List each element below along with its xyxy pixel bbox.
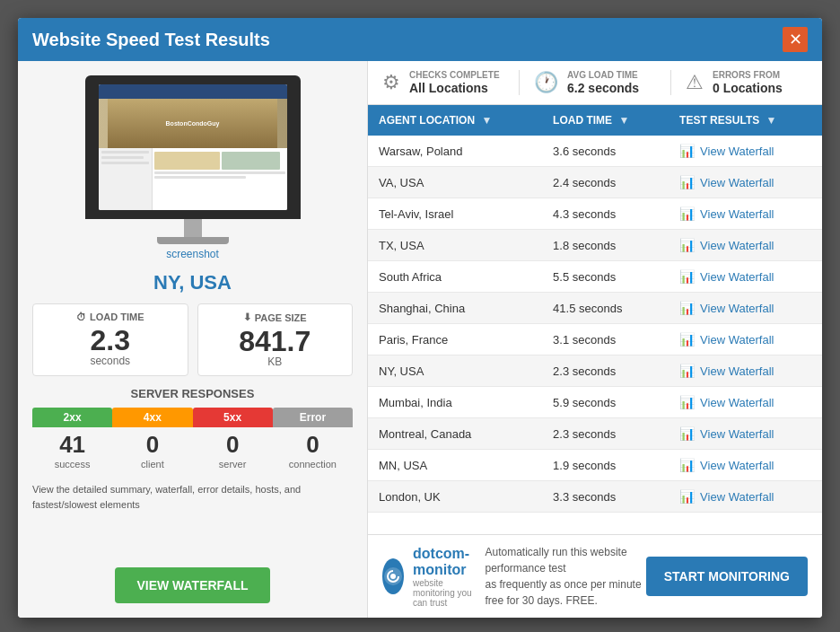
row-results-8: 📊 View Waterfall bbox=[669, 387, 822, 418]
row-load-time-2: 4.3 seconds bbox=[542, 198, 669, 230]
table-row: Mumbai, India 5.9 seconds 📊 View Waterfa… bbox=[368, 387, 822, 418]
row-location-5: Shanghai, China bbox=[368, 293, 542, 324]
modal-container: Website Speed Test Results ✕ BostonCondo… bbox=[18, 18, 822, 618]
summary-label-1: AVG LOAD TIME bbox=[567, 70, 639, 81]
resp-header-Error: Error bbox=[273, 408, 353, 427]
summary-item-0: ⚙ CHECKS COMPLETE All Locations bbox=[368, 70, 520, 95]
dotcom-logo: dotcom-monitor website monitoring you ca… bbox=[382, 546, 485, 608]
screen-body-section bbox=[99, 148, 287, 210]
table-header: AGENT LOCATION ▼LOAD TIME ▼TEST RESULTS … bbox=[368, 105, 822, 136]
table-col-2[interactable]: TEST RESULTS ▼ bbox=[669, 105, 822, 136]
row-load-time-8: 5.9 seconds bbox=[542, 387, 669, 418]
row-load-time-3: 1.8 seconds bbox=[542, 230, 669, 261]
table-row: NY, USA 2.3 seconds 📊 View Waterfall bbox=[368, 356, 822, 387]
results-table-wrapper[interactable]: AGENT LOCATION ▼LOAD TIME ▼TEST RESULTS … bbox=[368, 105, 822, 534]
stats-row: ⏱ LOAD TIME 2.3 seconds ⬇ PAGE SIZE 841.… bbox=[32, 303, 353, 376]
modal-title: Website Speed Test Results bbox=[32, 30, 270, 50]
clock-icon: ⏱ bbox=[76, 312, 86, 322]
table-row: Tel-Aviv, Israel 4.3 seconds 📊 View Wate… bbox=[368, 198, 822, 230]
resp-sublabel-2xx: success bbox=[32, 459, 112, 473]
page-size-label: ⬇ PAGE SIZE bbox=[209, 312, 342, 323]
bar-chart-icon-5: 📊 bbox=[679, 301, 695, 315]
row-location-2: Tel-Aviv, Israel bbox=[368, 198, 542, 230]
bar-chart-icon-2: 📊 bbox=[679, 206, 695, 221]
table-row: MN, USA 1.9 seconds 📊 View Waterfall bbox=[368, 450, 822, 481]
table-col-1[interactable]: LOAD TIME ▼ bbox=[542, 105, 669, 136]
resp-header-5xx: 5xx bbox=[193, 408, 273, 427]
waterfall-link-9[interactable]: 📊 View Waterfall bbox=[679, 426, 811, 441]
row-results-6: 📊 View Waterfall bbox=[669, 324, 822, 356]
logo-text: dotcom-monitor website monitoring you ca… bbox=[413, 546, 485, 608]
view-waterfall-button[interactable]: VIEW WATERFALL bbox=[115, 567, 269, 603]
waterfall-link-10[interactable]: 📊 View Waterfall bbox=[679, 458, 811, 472]
results-table: AGENT LOCATION ▼LOAD TIME ▼TEST RESULTS … bbox=[368, 105, 822, 513]
start-monitoring-button[interactable]: START MONITORING bbox=[646, 557, 808, 596]
waterfall-link-5[interactable]: 📊 View Waterfall bbox=[679, 301, 811, 315]
monitor-screen: BostonCondoGuy bbox=[99, 84, 287, 210]
waterfall-link-4[interactable]: 📊 View Waterfall bbox=[679, 269, 811, 284]
summary-label-2: ERRORS FROM bbox=[713, 70, 783, 81]
row-location-6: Paris, France bbox=[368, 324, 542, 356]
table-row: London, UK 3.3 seconds 📊 View Waterfall bbox=[368, 481, 822, 513]
resp-value-5xx: 0 bbox=[193, 427, 273, 459]
sort-icon: ▼ bbox=[618, 114, 629, 127]
row-results-1: 📊 View Waterfall bbox=[669, 167, 822, 198]
summary-val-2: 0 Locations bbox=[713, 81, 783, 95]
row-results-4: 📊 View Waterfall bbox=[669, 261, 822, 293]
monitor-image: BostonCondoGuy bbox=[85, 75, 301, 219]
waterfall-link-2[interactable]: 📊 View Waterfall bbox=[679, 206, 811, 221]
resp-value-Error: 0 bbox=[273, 427, 353, 459]
screen-hero-section: BostonCondoGuy bbox=[99, 99, 287, 148]
resp-sublabel-Error: connection bbox=[273, 459, 353, 473]
row-load-time-7: 2.3 seconds bbox=[542, 356, 669, 387]
monitor-base bbox=[157, 237, 229, 244]
row-location-8: Mumbai, India bbox=[368, 387, 542, 418]
waterfall-link-3[interactable]: 📊 View Waterfall bbox=[679, 238, 811, 252]
bar-chart-icon-6: 📊 bbox=[679, 332, 695, 347]
sort-icon: ▼ bbox=[766, 114, 777, 127]
bar-chart-icon-1: 📊 bbox=[679, 175, 695, 189]
waterfall-link-1[interactable]: 📊 View Waterfall bbox=[679, 175, 811, 189]
bar-chart-icon-4: 📊 bbox=[679, 269, 695, 284]
server-responses-title: SERVER RESPONSES bbox=[131, 387, 255, 400]
row-results-0: 📊 View Waterfall bbox=[669, 136, 822, 167]
summary-bar: ⚙ CHECKS COMPLETE All Locations 🕐 AVG LO… bbox=[368, 61, 822, 105]
waterfall-link-6[interactable]: 📊 View Waterfall bbox=[679, 332, 811, 347]
screen-sidebar bbox=[99, 148, 153, 210]
waterfall-link-11[interactable]: 📊 View Waterfall bbox=[679, 489, 811, 504]
row-location-10: MN, USA bbox=[368, 450, 542, 481]
screen-nav-bar bbox=[99, 84, 287, 99]
resp-header-4xx: 4xx bbox=[112, 408, 192, 427]
bottom-bar: dotcom-monitor website monitoring you ca… bbox=[368, 534, 822, 618]
row-location-3: TX, USA bbox=[368, 230, 542, 261]
summary-icon-0: ⚙ bbox=[382, 71, 400, 94]
resp-sublabel-5xx: server bbox=[193, 459, 273, 473]
monitor-display: BostonCondoGuy bbox=[85, 75, 301, 260]
bar-chart-icon-3: 📊 bbox=[679, 238, 695, 252]
logo-text-main: dotcom-monitor bbox=[413, 546, 485, 578]
page-size-value: 841.7 bbox=[209, 327, 342, 356]
table-row: South Africa 5.5 seconds 📊 View Waterfal… bbox=[368, 261, 822, 293]
load-time-value: 2.3 bbox=[44, 326, 177, 355]
row-load-time-4: 5.5 seconds bbox=[542, 261, 669, 293]
row-results-11: 📊 View Waterfall bbox=[669, 481, 822, 513]
resp-header-2xx: 2xx bbox=[32, 408, 112, 427]
screenshot-link[interactable]: screenshot bbox=[166, 248, 219, 260]
waterfall-link-0[interactable]: 📊 View Waterfall bbox=[679, 144, 811, 158]
resp-value-2xx: 41 bbox=[32, 427, 112, 459]
table-header-row: AGENT LOCATION ▼LOAD TIME ▼TEST RESULTS … bbox=[368, 105, 822, 136]
waterfall-link-7[interactable]: 📊 View Waterfall bbox=[679, 364, 811, 378]
row-location-4: South Africa bbox=[368, 261, 542, 293]
bottom-message: Automatically run this website performan… bbox=[485, 544, 645, 609]
row-location-7: NY, USA bbox=[368, 356, 542, 387]
bar-chart-icon-9: 📊 bbox=[679, 426, 695, 441]
logo-text-sub: website monitoring you can trust bbox=[413, 578, 485, 608]
monitor-stand bbox=[184, 219, 202, 237]
bar-chart-icon-11: 📊 bbox=[679, 489, 695, 504]
load-time-unit: seconds bbox=[44, 355, 177, 367]
waterfall-link-8[interactable]: 📊 View Waterfall bbox=[679, 395, 811, 409]
modal-close-button[interactable]: ✕ bbox=[783, 27, 808, 52]
screen-main-content bbox=[153, 148, 287, 210]
table-col-0[interactable]: AGENT LOCATION ▼ bbox=[368, 105, 542, 136]
row-load-time-10: 1.9 seconds bbox=[542, 450, 669, 481]
